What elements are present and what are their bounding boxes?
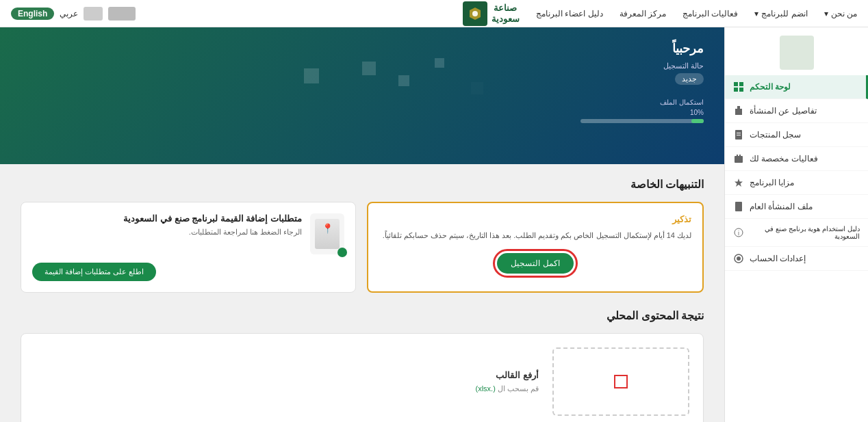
sidebar-products-label: سجل المنتجات <box>750 130 801 140</box>
svg-rect-10 <box>735 156 743 163</box>
value-card-desc: الرجاء الضغط هنا لمراجعة المتطلبات. <box>123 228 302 237</box>
sidebar-events-label: فعاليات مخصصة لك <box>750 154 818 163</box>
nav-events[interactable]: فعاليات البرنامج <box>682 9 738 18</box>
value-card: 📍 متطلبات إضافة القيمة لبرنامج صنع في ال… <box>21 202 356 293</box>
nav-join-label: انضم للبرنامج <box>761 9 807 18</box>
value-card-title: متطلبات إضافة القيمة لبرنامج صنع في السع… <box>123 213 302 224</box>
nav-knowledge[interactable]: مركز المعرفة <box>620 9 666 18</box>
topnav-right: من نحن ▾ انضم للبرنامج ▾ فعاليات البرنام… <box>463 1 857 26</box>
sidebar-item-products[interactable]: سجل المنتجات <box>725 123 868 147</box>
upload-title: أرفع القالب <box>35 370 539 380</box>
guide-icon: i <box>733 227 744 238</box>
hero-progress-fill <box>691 119 704 123</box>
svg-rect-3 <box>734 88 738 92</box>
topnav-icon-2[interactable] <box>108 7 136 21</box>
topnav-icons <box>84 7 136 21</box>
lang-english-button[interactable]: English <box>11 8 54 20</box>
content-area: مرحبياً حالة التسجيل جديد استكمال الملف … <box>0 27 724 422</box>
document-icon <box>733 129 744 140</box>
nav-join[interactable]: انضم للبرنامج ▾ <box>754 9 807 18</box>
local-content-section: نتيجة المحتوى المحلي أرفع القالب قم بسحب… <box>21 309 704 422</box>
sidebar-item-identity-guide[interactable]: دليل استخدام هوية برنامج صنع في السعودية… <box>725 219 868 247</box>
cert-badge <box>337 248 347 257</box>
upload-sub-line2: (.xlsx) <box>475 384 495 393</box>
main-content: التنبيهات الخاصة تذكير لديك 14 أيام لإست… <box>0 164 724 422</box>
topnav-left: English عربي <box>11 7 136 21</box>
svg-rect-2 <box>739 82 743 86</box>
topnav-icon-1[interactable] <box>84 7 103 21</box>
hero-status-label: حالة التسجيل <box>21 62 704 70</box>
logo-text: صناعةسعودية <box>492 3 520 24</box>
svg-point-0 <box>472 11 478 16</box>
hero-progress-bar <box>580 119 704 123</box>
hero-banner: مرحبياً حالة التسجيل جديد استكمال الملف … <box>0 27 724 164</box>
star-icon <box>733 177 744 188</box>
svg-rect-6 <box>737 106 740 109</box>
upload-sub-line1: قم بسحب ال <box>498 384 539 393</box>
hero-status-badge: جديد <box>675 73 704 85</box>
lang-arabic-button[interactable]: عربي <box>60 9 78 18</box>
complete-registration-button[interactable]: اكمل التسجيل <box>497 253 573 274</box>
dashboard-icon <box>733 81 744 92</box>
notifications-row: تذكير لديك 14 أيام لإستكمال التسجيل الخا… <box>21 202 704 293</box>
upload-area[interactable] <box>552 347 689 416</box>
svg-rect-11 <box>737 155 738 157</box>
nav-guide[interactable]: دليل اعضاء البرنامج <box>536 9 603 18</box>
settings-icon <box>733 253 744 264</box>
reminder-card-title: تذكير <box>379 214 691 224</box>
svg-point-17 <box>737 256 741 261</box>
reminder-card-text: لديك 14 أيام لإستكمال التسجيل الخاص بكم … <box>379 230 691 242</box>
svg-marker-13 <box>735 179 743 187</box>
svg-text:i: i <box>738 230 739 237</box>
file-icon <box>733 201 744 212</box>
sidebar: لوحة التحكم تفاصيل عن المنشأة سجل المنتج… <box>724 27 868 422</box>
hero-progress-label: استكمال الملف <box>21 98 704 106</box>
sidebar-dashboard-label: لوحة التحكم <box>750 82 791 92</box>
local-content-title: نتيجة المحتوى المحلي <box>21 309 704 322</box>
upload-subtitle: قم بسحب ال (.xlsx) <box>35 384 539 393</box>
sidebar-profile-label: ملف المنشأة العام <box>750 202 813 211</box>
svg-rect-4 <box>739 88 743 92</box>
svg-rect-5 <box>735 109 742 115</box>
sidebar-settings-label: إعدادات الحساب <box>750 254 806 263</box>
value-card-icon: 📍 <box>310 213 344 254</box>
sidebar-item-profile[interactable]: ملف المنشأة العام <box>725 195 868 219</box>
sidebar-details-label: تفاصيل عن المنشأة <box>750 106 817 116</box>
nav-about-label: من نحن <box>831 9 857 18</box>
svg-rect-12 <box>739 155 741 157</box>
nav-about[interactable]: من نحن ▾ <box>824 9 857 18</box>
reminder-card: تذكير لديك 14 أيام لإستكمال التسجيل الخا… <box>367 202 704 293</box>
notifications-title: التنبيهات الخاصة <box>21 178 704 191</box>
sidebar-guide-label: دليل استخدام هوية برنامج صنع في السعودية <box>750 225 860 240</box>
view-requirements-button[interactable]: اطلع على متطلبات إضافة القيمة <box>32 263 156 281</box>
upload-card: أرفع القالب قم بسحب ال (.xlsx) <box>21 333 704 422</box>
hero-progress-pct: 10% <box>21 109 704 116</box>
upload-card-inner: أرفع القالب قم بسحب ال (.xlsx) <box>35 347 689 416</box>
sidebar-item-details[interactable]: تفاصيل عن المنشأة <box>725 99 868 123</box>
value-card-text: متطلبات إضافة القيمة لبرنامج صنع في السع… <box>123 213 302 237</box>
main-layout: لوحة التحكم تفاصيل عن المنشأة سجل المنتج… <box>0 27 868 422</box>
sidebar-benefits-label: مزايا البرنامج <box>750 178 794 187</box>
sidebar-item-settings[interactable]: إعدادات الحساب <box>725 247 868 271</box>
svg-rect-8 <box>737 133 741 133</box>
chevron-down-icon: ▾ <box>754 9 758 18</box>
building-icon <box>733 105 744 116</box>
calendar-icon <box>733 153 744 164</box>
hero-welcome: مرحبياً <box>21 41 704 56</box>
svg-rect-9 <box>737 135 741 135</box>
pin-icon: 📍 <box>322 223 333 234</box>
logo: صناعةسعودية <box>463 1 520 26</box>
certificate-icon: 📍 <box>315 219 340 249</box>
svg-rect-1 <box>734 82 738 86</box>
chevron-down-icon: ▾ <box>824 9 828 18</box>
upload-right: أرفع القالب قم بسحب ال (.xlsx) <box>35 370 552 393</box>
avatar <box>780 36 814 70</box>
sidebar-item-events[interactable]: فعاليات مخصصة لك <box>725 147 868 171</box>
svg-rect-14 <box>735 202 742 211</box>
sidebar-item-benefits[interactable]: مزايا البرنامج <box>725 171 868 195</box>
value-card-header: 📍 متطلبات إضافة القيمة لبرنامج صنع في ال… <box>32 213 344 254</box>
upload-red-square <box>614 375 628 388</box>
sidebar-item-dashboard[interactable]: لوحة التحكم <box>725 75 868 99</box>
logo-icon <box>463 1 487 26</box>
top-navigation: English عربي من نحن ▾ انضم للبرنامج ▾ فع… <box>0 0 868 27</box>
